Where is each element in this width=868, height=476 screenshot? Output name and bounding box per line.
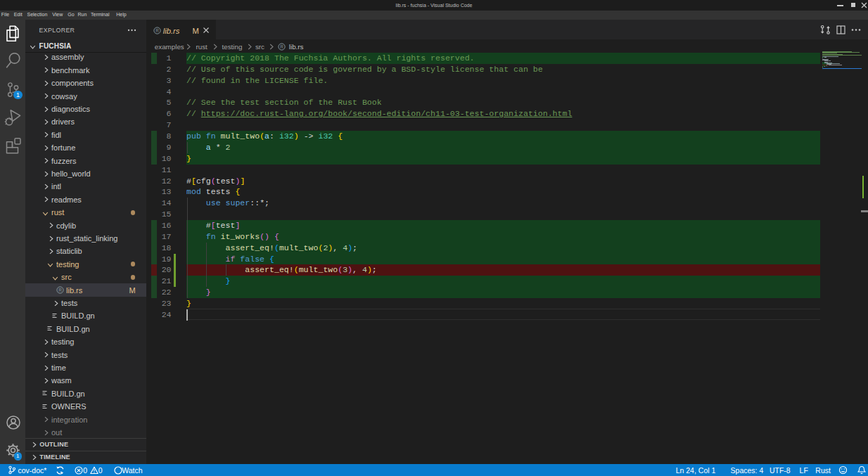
svg-text:R: R: [280, 44, 283, 49]
svg-text:R: R: [155, 27, 159, 32]
svg-text:R: R: [58, 288, 62, 292]
